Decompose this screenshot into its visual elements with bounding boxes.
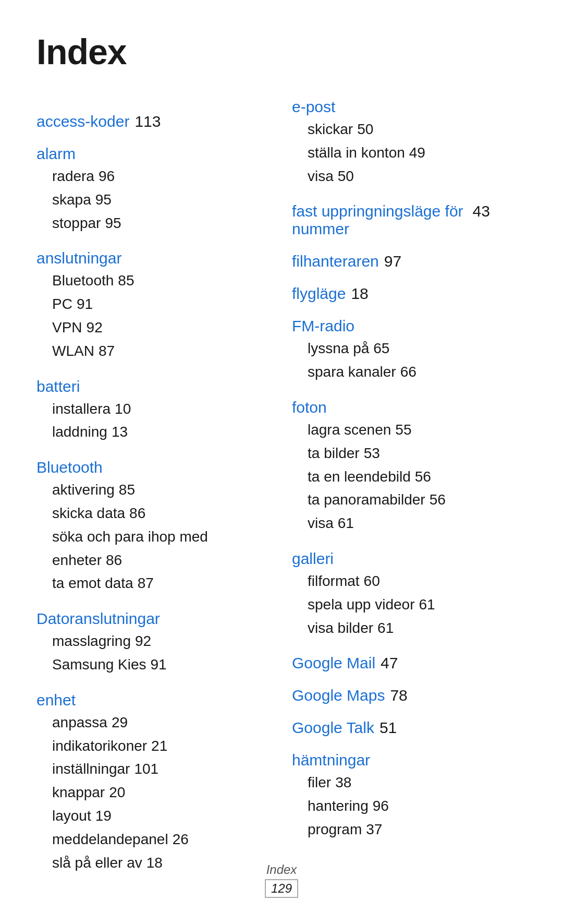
list-item: galleri filformat60 spela upp videor61 v… — [292, 550, 527, 640]
subitem: ta emot data87 — [36, 572, 271, 595]
term-number: 18 — [351, 285, 368, 303]
term-label: fast uppringningsläge förnummer — [292, 202, 463, 238]
term-row: e-post — [292, 98, 527, 116]
term-row: enhet — [36, 691, 271, 709]
term-row: hämtningar — [292, 751, 527, 769]
term-number: 51 — [380, 719, 397, 737]
subitem: knappar20 — [36, 781, 271, 805]
term-label: anslutningar — [36, 249, 121, 267]
subitem: program37 — [292, 818, 527, 842]
list-item: fast uppringningsläge förnummer 43 — [292, 202, 527, 238]
subitem: stoppar95 — [36, 212, 271, 235]
list-item: access-koder 113 — [36, 113, 271, 130]
footer-page-number: 129 — [265, 879, 298, 898]
term-row: foton — [292, 399, 527, 416]
term-label: galleri — [292, 550, 334, 568]
subitem: meddelandepanel26 — [36, 828, 271, 851]
term-label: access-koder — [36, 113, 129, 130]
subitem: laddning13 — [36, 421, 271, 444]
subitem: lyssna på65 — [292, 337, 527, 361]
subitem: lagra scenen55 — [292, 418, 527, 442]
subitem: PC91 — [36, 293, 271, 316]
subitem: Samsung Kies91 — [36, 653, 271, 677]
term-label: batteri — [36, 378, 80, 395]
term-row: batteri — [36, 378, 271, 395]
list-item: e-post skickar50 ställa in konton49 visa… — [292, 98, 527, 188]
term-label: filhanteraren — [292, 253, 379, 270]
subitem: ställa in konton49 — [292, 141, 527, 165]
subitem: aktivering85 — [36, 478, 271, 502]
term-label: e-post — [292, 98, 335, 116]
subitem: indikatorikoner21 — [36, 735, 271, 758]
term-number: 47 — [381, 654, 398, 672]
subitem: ta panoramabilder56 — [292, 488, 527, 512]
subitem: hantering96 — [292, 795, 527, 818]
list-item: Google Talk 51 — [292, 719, 527, 737]
list-item: foton lagra scenen55 ta bilder53 ta en l… — [292, 399, 527, 535]
term-label: foton — [292, 399, 327, 416]
list-item: Datoranslutningar masslagring92 Samsung … — [36, 610, 271, 677]
page-footer: Index 129 — [0, 862, 563, 898]
subitem: radera96 — [36, 165, 271, 188]
term-row: alarm — [36, 145, 271, 163]
term-label: flygläge — [292, 285, 346, 303]
term-row: anslutningar — [36, 249, 271, 267]
term-number: 97 — [384, 253, 401, 270]
term-label: FM-radio — [292, 317, 354, 335]
subitem: visa61 — [292, 512, 527, 535]
subitem: installera10 — [36, 398, 271, 421]
subitem: filformat60 — [292, 570, 527, 593]
subitem: spara kanaler66 — [292, 361, 527, 384]
term-row: Datoranslutningar — [36, 610, 271, 628]
term-number: 113 — [134, 113, 161, 130]
footer-label: Index — [0, 862, 563, 877]
subitem: spela upp videor61 — [292, 593, 527, 617]
list-item: anslutningar Bluetooth85 PC91 VPN92 WLAN… — [36, 249, 271, 363]
subitem: skickar50 — [292, 118, 527, 141]
list-item: filhanteraren 97 — [292, 253, 527, 270]
term-number: 43 — [473, 202, 490, 220]
list-item: Google Mail 47 — [292, 654, 527, 672]
index-columns: access-koder 113 alarm radera96 skapa95 … — [36, 98, 527, 874]
term-row: Bluetooth — [36, 459, 271, 476]
subitem: söka och para ihop medenheter86 — [36, 525, 271, 572]
subitem: ta en leendebild56 — [292, 465, 527, 489]
list-item: Bluetooth aktivering85 skicka data86 sök… — [36, 459, 271, 595]
term-row: galleri — [292, 550, 527, 568]
subitem: visa50 — [292, 165, 527, 188]
term-label: Google Maps — [292, 687, 385, 704]
term-label: alarm — [36, 145, 76, 163]
term-label: Bluetooth — [36, 459, 103, 476]
list-item: batteri installera10 laddning13 — [36, 378, 271, 445]
subitem: anpassa29 — [36, 711, 271, 735]
list-item: enhet anpassa29 indikatorikoner21 instäl… — [36, 691, 271, 875]
subitem: layout19 — [36, 805, 271, 828]
subitem: inställningar101 — [36, 758, 271, 781]
term-label: hämtningar — [292, 751, 370, 769]
term-label: Datoranslutningar — [36, 610, 160, 628]
term-row: FM-radio — [292, 317, 527, 335]
subitem: skapa95 — [36, 188, 271, 212]
list-item: flygläge 18 — [292, 285, 527, 303]
list-item: alarm radera96 skapa95 stoppar95 — [36, 145, 271, 235]
subitem: ta bilder53 — [292, 442, 527, 465]
term-label: enhet — [36, 691, 76, 709]
subitem: WLAN87 — [36, 340, 271, 363]
subitem: filer38 — [292, 771, 527, 795]
list-item: FM-radio lyssna på65 spara kanaler66 — [292, 317, 527, 384]
page-title: Index — [36, 31, 527, 72]
left-column: access-koder 113 alarm radera96 skapa95 … — [36, 98, 292, 874]
subitem: masslagring92 — [36, 630, 271, 653]
term-label: Google Talk — [292, 719, 374, 737]
right-column: e-post skickar50 ställa in konton49 visa… — [292, 98, 527, 842]
term-row: fast uppringningsläge förnummer 43 — [292, 202, 527, 238]
subitem: visa bilder61 — [292, 617, 527, 640]
list-item: hämtningar filer38 hantering96 program37 — [292, 751, 527, 841]
term-label: Google Mail — [292, 654, 375, 672]
subitem: skicka data86 — [36, 502, 271, 525]
term-number: 78 — [390, 687, 407, 704]
list-item: Google Maps 78 — [292, 687, 527, 704]
subitem: VPN92 — [36, 316, 271, 340]
subitem: Bluetooth85 — [36, 269, 271, 293]
